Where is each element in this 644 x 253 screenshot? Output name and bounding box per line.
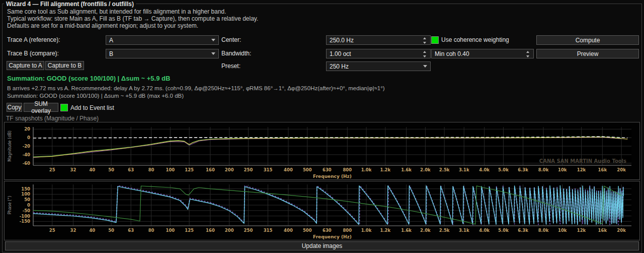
- svg-text:32: 32: [70, 228, 76, 233]
- x-axis-label: Frequency (Hz): [313, 174, 352, 179]
- copy-button[interactable]: Copy: [7, 103, 22, 112]
- x-axis-label: Frequency (Hz): [313, 234, 352, 239]
- svg-text:315: 315: [264, 228, 273, 233]
- chart-watermark: CANA SAN MARTIN Audio Tools: [539, 158, 626, 164]
- svg-text:1.0k: 1.0k: [361, 228, 372, 233]
- description-line-3: Defaults are set for a mid-band alignmen…: [7, 22, 198, 29]
- svg-text:6.3k: 6.3k: [518, 228, 528, 233]
- magnitude-chart-svg: 2532405063801001251602002503154005006308…: [5, 122, 639, 179]
- svg-text:50: 50: [24, 197, 30, 202]
- svg-text:10k: 10k: [558, 167, 567, 172]
- preset-select[interactable]: 250 Hz: [326, 61, 431, 71]
- svg-text:20k: 20k: [617, 167, 626, 172]
- add-event-label: Add to Event list: [70, 104, 114, 111]
- svg-text:2.0k: 2.0k: [420, 228, 431, 233]
- sum-overlay-button[interactable]: SUM overlay: [24, 103, 58, 112]
- svg-text:63: 63: [128, 228, 134, 233]
- bandwidth-input[interactable]: 1.00 oct: [326, 49, 431, 58]
- svg-text:8.0k: 8.0k: [538, 167, 549, 172]
- svg-text:250: 250: [244, 228, 253, 233]
- svg-text:25: 25: [49, 167, 55, 172]
- svg-text:25: 25: [49, 228, 55, 233]
- svg-text:500: 500: [303, 228, 312, 233]
- result-detail-1: B arrives +2.72 ms vs A. Recommended: de…: [7, 85, 385, 91]
- svg-text:63: 63: [128, 167, 134, 172]
- svg-text:32: 32: [70, 167, 76, 172]
- min-coherence-input[interactable]: Min coh 0.40: [431, 49, 534, 58]
- min-coherence-value: Min coh 0.40: [435, 50, 469, 57]
- svg-text:630: 630: [323, 228, 332, 233]
- coherence-checkbox[interactable]: [431, 36, 439, 44]
- svg-text:16k: 16k: [598, 167, 607, 172]
- svg-text:500: 500: [303, 167, 312, 172]
- svg-text:40: 40: [89, 167, 95, 172]
- spinner-arrows-icon[interactable]: [526, 50, 531, 57]
- svg-text:1.6k: 1.6k: [401, 167, 412, 172]
- bandwidth-value: 1.00 oct: [330, 50, 351, 57]
- trace-a-select[interactable]: A: [106, 35, 219, 45]
- wizard4-panel: Wizard 4 — Fill alignment (frontfills / …: [0, 0, 644, 253]
- svg-text:20k: 20k: [617, 228, 626, 233]
- result-detail-2: Summation: GOOD (score 100/100) | Δsum ~…: [7, 93, 184, 99]
- svg-text:0: 0: [27, 135, 30, 140]
- description-line-1: Same core tool as Sub alignment, but int…: [7, 8, 226, 15]
- svg-text:2.5k: 2.5k: [439, 167, 450, 172]
- svg-text:4.0k: 4.0k: [479, 167, 490, 172]
- coherence-checkbox-label: Use coherence weighting: [441, 36, 509, 43]
- svg-text:400: 400: [284, 167, 293, 172]
- phase-chart: 2532405063801001251602002503154005006308…: [4, 181, 640, 240]
- svg-text:1.2k: 1.2k: [380, 167, 390, 172]
- svg-text:5.0k: 5.0k: [498, 167, 509, 172]
- preview-button[interactable]: Preview: [536, 49, 639, 58]
- svg-text:-150: -150: [20, 219, 30, 224]
- magnitude-chart: 2532405063801001251602002503154005006308…: [4, 122, 640, 180]
- chevron-down-icon: [211, 52, 215, 55]
- svg-text:1.2k: 1.2k: [380, 228, 390, 233]
- svg-text:100: 100: [21, 192, 30, 197]
- preset-label: Preset:: [221, 62, 240, 70]
- svg-text:-40: -40: [23, 152, 30, 157]
- svg-text:6.3k: 6.3k: [518, 167, 528, 172]
- chevron-down-icon: [211, 39, 215, 41]
- bandwidth-label: Bandwidth:: [221, 50, 251, 57]
- capture-to-a-button[interactable]: Capture to A: [7, 61, 44, 70]
- svg-text:2.0k: 2.0k: [420, 167, 431, 172]
- svg-text:800: 800: [343, 228, 352, 233]
- trace-b-select[interactable]: B: [106, 49, 219, 58]
- svg-text:3.1k: 3.1k: [459, 228, 469, 233]
- center-input[interactable]: 250.0 Hz: [326, 35, 431, 45]
- add-event-checkbox[interactable]: [60, 104, 68, 111]
- tf-snapshots-label: TF snapshots (Magnitude / Phase): [6, 115, 99, 122]
- svg-text:10k: 10k: [558, 228, 567, 233]
- compute-button[interactable]: Compute: [536, 35, 639, 45]
- capture-to-b-button[interactable]: Capture to B: [45, 61, 84, 70]
- svg-text:2.5k: 2.5k: [439, 228, 450, 233]
- svg-text:16k: 16k: [598, 228, 607, 233]
- spinner-arrows-icon[interactable]: [423, 50, 428, 57]
- svg-text:200: 200: [225, 167, 234, 172]
- svg-text:1.0k: 1.0k: [361, 167, 372, 172]
- svg-text:125: 125: [185, 167, 194, 172]
- svg-text:8.0k: 8.0k: [538, 228, 549, 233]
- svg-text:12k: 12k: [577, 167, 586, 172]
- phase-chart-svg: 2532405063801001251602002503154005006308…: [5, 181, 639, 240]
- svg-text:400: 400: [284, 228, 293, 233]
- svg-text:50: 50: [108, 167, 114, 172]
- spinner-arrows-icon[interactable]: [423, 37, 428, 44]
- chevron-down-icon: [423, 65, 427, 68]
- svg-text:100: 100: [166, 167, 175, 172]
- page-title: Wizard 4 — Fill alignment (frontfills / …: [4, 1, 136, 8]
- svg-text:200: 200: [225, 228, 234, 233]
- svg-text:-60: -60: [23, 161, 30, 166]
- update-images-button[interactable]: Update images: [5, 241, 639, 250]
- svg-text:160: 160: [206, 228, 215, 233]
- trace-b-label: Trace B (compare):: [7, 50, 59, 57]
- svg-text:3.1k: 3.1k: [459, 167, 469, 172]
- center-value: 250.0 Hz: [330, 37, 354, 44]
- y-axis-label: Phase (°): [8, 196, 12, 215]
- description-line-2: Typical workflow: store Main as A, Fill …: [7, 15, 258, 22]
- trace-b-value: B: [109, 50, 113, 57]
- svg-text:315: 315: [264, 167, 273, 172]
- svg-text:100: 100: [166, 228, 175, 233]
- summation-headline: Summation: GOOD (score 100/100) | Δsum ~…: [7, 75, 170, 82]
